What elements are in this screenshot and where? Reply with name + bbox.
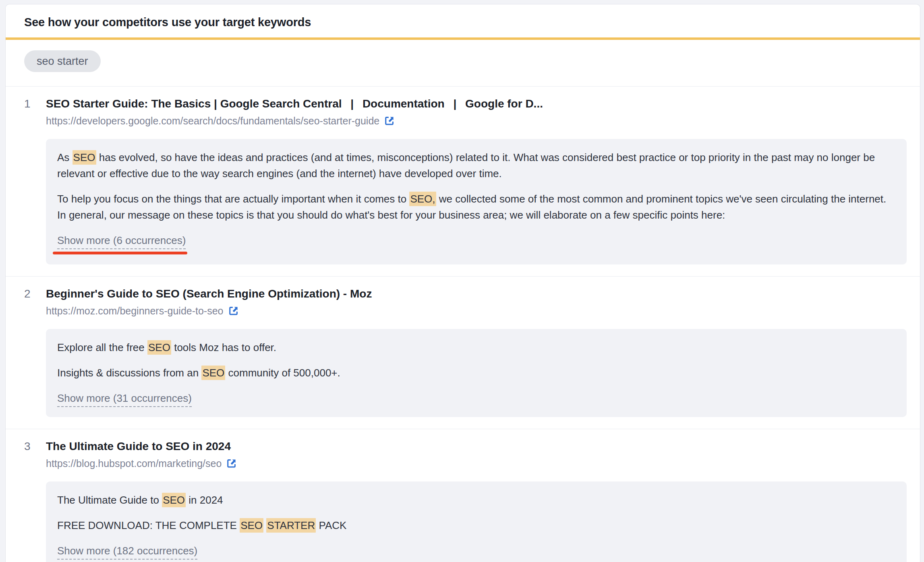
keyword-highlight: SEO [162, 493, 186, 507]
keyword-highlight: SEO [73, 150, 96, 165]
page-title: See how your competitors use your target… [24, 15, 901, 37]
snippet-paragraphs: Explore all the free SEO tools Moz has t… [57, 339, 895, 381]
snippet-paragraphs: As SEO has evolved, so have the ideas an… [57, 149, 895, 223]
snippet-paragraph: FREE DOWNLOAD: THE COMPLETE SEO STARTER … [57, 517, 895, 533]
snippet-paragraph: Explore all the free SEO tools Moz has t… [57, 339, 895, 355]
external-link-icon[interactable] [226, 458, 237, 469]
keyword-chips-row: seo starter [6, 40, 920, 87]
show-more-wrap: Show more (6 occurrences) [57, 232, 895, 254]
results-list: 1 SEO Starter Guide: The Basics | Google… [6, 87, 920, 562]
result-url-row: https://developers.google.com/search/doc… [46, 115, 907, 127]
result-url-row: https://moz.com/beginners-guide-to-seo [46, 305, 907, 317]
keyword-chip[interactable]: seo starter [24, 50, 101, 72]
snippet-paragraph: Insights & discussions from an SEO commu… [57, 365, 895, 381]
result-title: Beginner's Guide to SEO (Search Engine O… [46, 287, 907, 301]
result-row: 1 SEO Starter Guide: The Basics | Google… [6, 87, 920, 276]
snippet-box: As SEO has evolved, so have the ideas an… [46, 139, 907, 264]
snippet-paragraph: As SEO has evolved, so have the ideas an… [57, 149, 895, 182]
card-header: See how your competitors use your target… [6, 4, 920, 37]
red-underline-annotation [53, 252, 187, 254]
result-title: The Ultimate Guide to SEO in 2024 [46, 439, 907, 454]
keyword-highlight: SEO [147, 340, 171, 355]
result-content: SEO Starter Guide: The Basics | Google S… [46, 97, 907, 264]
result-content: The Ultimate Guide to SEO in 2024 https:… [46, 439, 907, 562]
show-more-link[interactable]: Show more (6 occurrences) [57, 234, 186, 249]
result-rank: 2 [24, 287, 46, 417]
snippet-paragraph: The Ultimate Guide to SEO in 2024 [57, 492, 895, 508]
show-more-link[interactable]: Show more (182 occurrences) [57, 545, 197, 560]
snippet-box: The Ultimate Guide to SEO in 2024FREE DO… [46, 481, 907, 562]
result-row: 3 The Ultimate Guide to SEO in 2024 http… [6, 429, 920, 562]
keyword-highlight: SEO [240, 518, 263, 533]
result-title: SEO Starter Guide: The Basics | Google S… [46, 97, 907, 111]
external-link-icon[interactable] [384, 116, 395, 126]
keyword-highlight: SEO [201, 366, 225, 380]
snippet-paragraphs: The Ultimate Guide to SEO in 2024FREE DO… [57, 492, 895, 533]
result-url: https://moz.com/beginners-guide-to-seo [46, 305, 224, 317]
show-more-wrap: Show more (31 occurrences) [57, 390, 895, 407]
result-row: 2 Beginner's Guide to SEO (Search Engine… [6, 276, 920, 429]
external-link-icon[interactable] [228, 306, 239, 316]
snippet-box: Explore all the free SEO tools Moz has t… [46, 329, 907, 417]
snippet-paragraph: To help you focus on the things that are… [57, 191, 895, 223]
result-rank: 1 [24, 97, 46, 264]
show-more-wrap: Show more (182 occurrences) [57, 543, 895, 560]
result-url: https://developers.google.com/search/doc… [46, 115, 379, 127]
result-content: Beginner's Guide to SEO (Search Engine O… [46, 287, 907, 417]
result-url-row: https://blog.hubspot.com/marketing/seo [46, 457, 907, 469]
show-more-link[interactable]: Show more (31 occurrences) [57, 392, 192, 407]
keyword-highlight: STARTER [266, 518, 316, 533]
keyword-highlight: SEO, [409, 192, 436, 206]
result-rank: 3 [24, 439, 46, 562]
result-url: https://blog.hubspot.com/marketing/seo [46, 457, 222, 469]
competitors-keywords-card: See how your competitors use your target… [5, 4, 920, 562]
